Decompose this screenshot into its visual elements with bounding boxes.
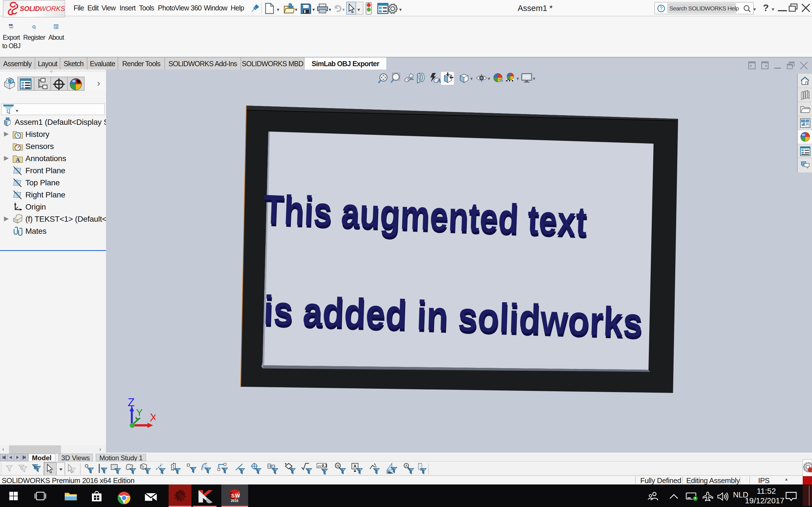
svg-text:S: S (231, 493, 235, 499)
svg-text:X: X (150, 411, 155, 424)
svg-text:A: A (405, 464, 407, 468)
svg-text:SOLID: SOLID (20, 5, 40, 12)
svg-text:?: ? (660, 6, 663, 11)
svg-text:W: W (235, 493, 240, 499)
svg-text:0.3: 0.3 (322, 463, 327, 468)
svg-text:OBJ: OBJ (10, 26, 13, 28)
svg-text:Z: Z (128, 398, 135, 408)
svg-text:OBJ: OBJ (9, 24, 11, 25)
svg-text:WORKS: WORKS (40, 5, 64, 12)
svg-text:A: A (353, 464, 357, 469)
svg-text:Y: Y (136, 407, 143, 418)
svg-text:A: A (15, 156, 20, 163)
svg-text:N: N (336, 464, 339, 468)
svg-text:2016: 2016 (231, 499, 239, 503)
